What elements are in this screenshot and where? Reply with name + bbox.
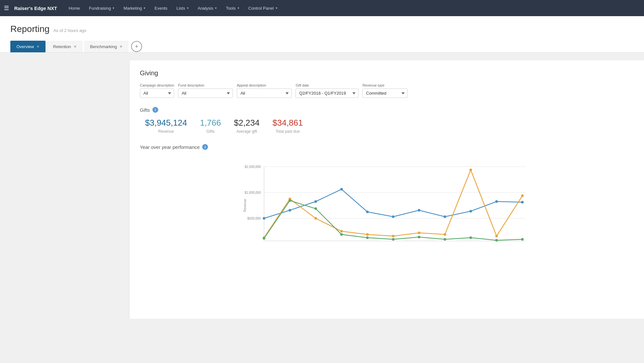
gift-date-filter-select[interactable]: Q2/FY2018 - Q1/FY2019: [296, 88, 358, 98]
tab-retention-close-icon[interactable]: ✕: [74, 45, 77, 49]
stat-average-gift-label: Average gift: [236, 129, 257, 134]
fund-filter-group: Fund description All: [178, 83, 233, 98]
nav-marketing[interactable]: Marketing ▾: [119, 4, 149, 13]
svg-text:$1,500,000: $1,500,000: [244, 165, 261, 169]
stat-gifts-label: Gifts: [206, 129, 214, 134]
page-title: Reporting: [10, 24, 49, 34]
chart-dot-prior-11: [521, 194, 524, 197]
chart-line-prior: [264, 170, 523, 238]
analysis-dropdown-icon: ▾: [215, 6, 217, 10]
chart-dot-prior-9: [470, 169, 472, 171]
chart-dot-two-8: [444, 238, 446, 241]
chart-dot-prior-10: [495, 235, 498, 237]
filters-row: Campaign description All Fund descriptio…: [140, 83, 634, 98]
chart-dot-current-9: [470, 210, 472, 213]
nav-home[interactable]: Home: [65, 4, 84, 13]
nav-control-panel[interactable]: Control Panel ▾: [244, 4, 281, 13]
stat-gifts-value: 1,766: [200, 118, 221, 128]
nav-tools[interactable]: Tools ▾: [222, 4, 243, 13]
stat-revenue-value: $3,945,124: [145, 118, 187, 128]
gifts-label: Gifts: [140, 107, 150, 113]
chart-dot-two-6: [392, 238, 395, 241]
revenue-type-filter-group: Revenue type Committed: [362, 83, 408, 98]
year-over-year-chart: $1,500,000 $1,000,000 $500,000 Revenue: [140, 154, 634, 251]
svg-text:$500,000: $500,000: [247, 217, 261, 220]
stat-revenue: $3,945,124 Revenue: [145, 118, 187, 134]
chart-dot-two-5: [366, 236, 369, 239]
nav-analysis[interactable]: Analysis ▾: [194, 4, 221, 13]
chart-dot-prior-5: [366, 233, 369, 236]
campaign-filter-label: Campaign description: [140, 83, 174, 87]
tab-add-button[interactable]: +: [131, 41, 142, 52]
report-panel: Giving Campaign description All Fund des…: [129, 60, 644, 319]
chart-dot-two-11: [521, 238, 524, 241]
gifts-info-icon[interactable]: i: [152, 107, 158, 113]
page-header: Reporting As of 2 hours ago Overview ✕ R…: [0, 16, 644, 53]
revenue-type-filter-label: Revenue type: [362, 83, 408, 87]
nav-events[interactable]: Events: [151, 4, 171, 13]
appeal-filter-group: Appeal description All: [237, 83, 292, 98]
chart-section-title: Year over year performance i: [140, 144, 634, 150]
chart-dot-current-4: [340, 188, 343, 191]
chart-dot-current-5: [366, 211, 369, 213]
chart-dot-current-7: [418, 209, 421, 212]
chart-dot-current-1: [263, 217, 265, 220]
revenue-type-filter-select[interactable]: Committed: [362, 88, 408, 98]
fundraising-dropdown-icon: ▾: [113, 6, 114, 10]
gift-date-filter-group: Gift date Q2/FY2018 - Q1/FY2019: [296, 83, 358, 98]
chart-dot-two-4: [340, 233, 343, 236]
chart-dot-current-8: [444, 215, 446, 218]
nav-fundraising[interactable]: Fundraising ▾: [85, 4, 118, 13]
stat-average-gift: $2,234 Average gift: [234, 118, 260, 134]
tab-overview[interactable]: Overview ✕: [10, 41, 46, 52]
giving-section-title: Giving: [140, 69, 634, 77]
chart-dot-current-2: [289, 209, 291, 212]
chart-dot-current-6: [392, 215, 395, 218]
chart-dot-two-2: [289, 199, 291, 202]
chart-dot-current-11: [521, 201, 524, 203]
tab-add-icon: +: [135, 43, 139, 50]
chart-dot-two-1: [263, 237, 265, 240]
tab-overview-close-icon[interactable]: ✕: [36, 45, 39, 49]
page-subtitle: As of 2 hours ago: [53, 28, 86, 33]
sidebar-left: [0, 60, 129, 319]
hamburger-menu-icon[interactable]: ☰: [4, 5, 9, 12]
stat-average-gift-value: $2,234: [234, 118, 260, 128]
nav-lists[interactable]: Lists ▾: [172, 4, 192, 13]
tools-dropdown-icon: ▾: [238, 6, 239, 10]
lists-dropdown-icon: ▾: [187, 6, 189, 10]
gift-date-filter-label: Gift date: [296, 83, 358, 87]
tab-retention[interactable]: Retention ✕: [47, 41, 83, 52]
chart-dot-two-10: [495, 239, 498, 242]
appeal-filter-select[interactable]: All: [237, 88, 292, 98]
fund-filter-label: Fund description: [178, 83, 233, 87]
stat-total-past-due-value: $34,861: [273, 118, 303, 128]
chart-dot-current-10: [495, 200, 498, 203]
svg-text:Revenue: Revenue: [243, 199, 247, 212]
chart-dot-two-7: [418, 236, 421, 238]
chart-wrapper: $1,500,000 $1,000,000 $500,000 Revenue: [140, 154, 634, 251]
svg-text:$1,000,000: $1,000,000: [244, 191, 261, 194]
tab-benchmarking-close-icon[interactable]: ✕: [119, 45, 122, 49]
tab-benchmarking[interactable]: Benchmarking ✕: [84, 41, 129, 52]
control-panel-dropdown-icon: ▾: [276, 6, 277, 10]
top-navigation: ☰ Raiser's Edge NXT Home Fundraising ▾ M…: [0, 0, 644, 16]
campaign-filter-select[interactable]: All: [140, 88, 174, 98]
chart-dot-prior-8: [444, 233, 446, 236]
chart-dot-prior-7: [418, 232, 421, 234]
app-brand: Raiser's Edge NXT: [14, 5, 57, 11]
stat-gifts: 1,766 Gifts: [200, 118, 221, 134]
fund-filter-select[interactable]: All: [178, 88, 233, 98]
tabs-container: Overview ✕ Retention ✕ Benchmarking ✕ +: [10, 41, 634, 52]
chart-dot-prior-6: [392, 235, 395, 237]
chart-title: Year over year performance: [140, 144, 200, 150]
stat-revenue-label: Revenue: [158, 129, 174, 134]
gifts-header: Gifts i: [140, 107, 634, 113]
chart-info-icon[interactable]: i: [202, 144, 208, 150]
stat-total-past-due: $34,861 Total past due: [273, 118, 303, 134]
chart-dot-two-3: [315, 207, 317, 210]
stat-total-past-due-label: Total past due: [275, 129, 300, 134]
chart-dot-two-9: [470, 236, 472, 239]
appeal-filter-label: Appeal description: [237, 83, 292, 87]
stats-row: $3,945,124 Revenue 1,766 Gifts $2,234 Av…: [140, 118, 634, 134]
